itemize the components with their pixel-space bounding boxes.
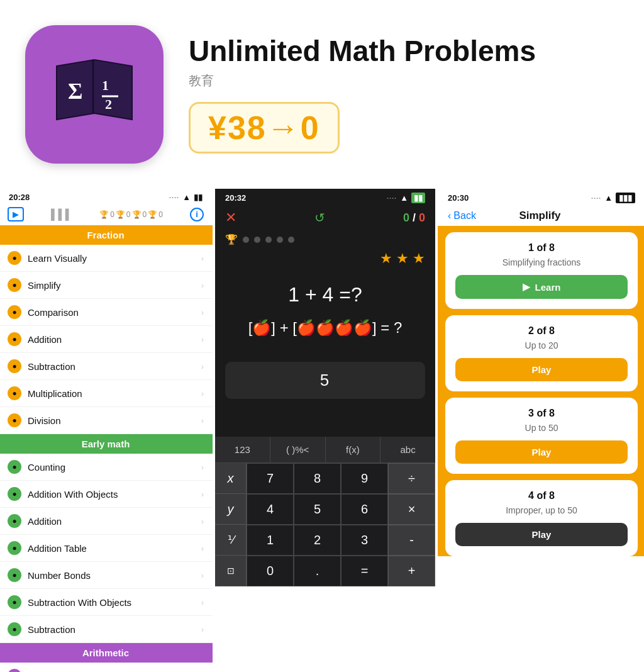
play-button-icon[interactable]: ▶ bbox=[8, 207, 24, 221]
play-button-4[interactable]: Play bbox=[455, 523, 628, 546]
phone3-dots-icon: ···· bbox=[591, 194, 601, 202]
play-button-3[interactable]: Play bbox=[455, 440, 628, 464]
dot-icon: ● bbox=[8, 359, 21, 373]
phone3-mockup: 20:30 ···· ▲ ▮▮▮ ‹ Back Simplify 1 of 8 … bbox=[438, 189, 644, 556]
chevron-right-icon: › bbox=[201, 335, 204, 344]
keyboard-0-btn[interactable]: 0 bbox=[247, 556, 294, 586]
dot-icon: ● bbox=[8, 622, 21, 636]
trophy-icon-1: 🏆 bbox=[99, 210, 109, 219]
trophy-count-4: 0 bbox=[158, 210, 163, 219]
keyboard-5-btn[interactable]: 5 bbox=[294, 494, 341, 525]
list-item[interactable]: ●Counting › bbox=[0, 454, 213, 481]
item-label: Number Bonds bbox=[28, 570, 91, 581]
list-item[interactable]: ●Addition › bbox=[0, 663, 213, 672]
list-item[interactable]: ●Addition › bbox=[0, 326, 213, 353]
keyboard-2-btn[interactable]: 2 bbox=[294, 525, 341, 556]
keyboard-7-btn[interactable]: 7 bbox=[247, 463, 294, 494]
trophy-row: 🏆0 🏆0 🏆0 🏆0 bbox=[99, 210, 163, 219]
dot-icon: ● bbox=[8, 541, 21, 555]
keyboard-3-btn[interactable]: 3 bbox=[341, 525, 388, 556]
progress-dot-3 bbox=[265, 237, 272, 243]
list-item[interactable]: ●Learn Visually › bbox=[0, 245, 213, 272]
back-button[interactable]: ‹ Back bbox=[448, 210, 476, 221]
dot-icon: ● bbox=[8, 460, 21, 474]
dot-icon: ● bbox=[8, 669, 21, 672]
chevron-left-icon: ‹ bbox=[448, 210, 451, 221]
item-label: Learn Visually bbox=[28, 253, 87, 264]
dot-icon: ● bbox=[8, 251, 21, 265]
progress-dots-row: 🏆 bbox=[215, 231, 435, 250]
card-4-desc: Improper, up to 50 bbox=[455, 505, 628, 515]
chevron-right-icon: › bbox=[201, 490, 204, 499]
keyboard-123-btn[interactable]: 123 bbox=[215, 437, 270, 462]
app-icon-graphic: Σ 1 2 bbox=[44, 53, 145, 135]
card-1-number: 1 of 8 bbox=[455, 242, 628, 254]
keyboard-6-btn[interactable]: 6 bbox=[341, 494, 388, 525]
keyboard-fraction-btn[interactable]: ⅟ bbox=[215, 525, 247, 556]
play-button-2[interactable]: Play bbox=[455, 358, 628, 381]
phone2-battery-icon: ▮▮ bbox=[411, 193, 425, 203]
list-item[interactable]: ●Simplify › bbox=[0, 272, 213, 299]
keyboard-4-btn[interactable]: 4 bbox=[247, 494, 294, 525]
info-icon[interactable]: i bbox=[190, 208, 204, 221]
keyboard-multiply-btn[interactable]: × bbox=[388, 494, 435, 525]
keyboard-y-btn[interactable]: y bbox=[215, 494, 247, 525]
phone3-time: 20:30 bbox=[448, 193, 469, 203]
svg-text:1: 1 bbox=[102, 77, 109, 93]
keyboard-8-btn[interactable]: 8 bbox=[294, 463, 341, 494]
dot-icon: ● bbox=[8, 278, 21, 292]
close-icon[interactable]: ✕ bbox=[225, 210, 236, 226]
score-slash: / bbox=[413, 211, 419, 224]
chevron-right-icon: › bbox=[201, 571, 204, 580]
list-item[interactable]: ●Addition Table › bbox=[0, 535, 213, 562]
list-item[interactable]: ●Subtraction › bbox=[0, 616, 213, 643]
chevron-right-icon: › bbox=[201, 598, 204, 607]
play-small-icon: ▶ bbox=[523, 281, 530, 293]
list-item[interactable]: ●Number Bonds › bbox=[0, 562, 213, 589]
phone2-dots-icon: ···· bbox=[387, 194, 397, 202]
answer-box[interactable]: 5 bbox=[225, 362, 425, 399]
keyboard-minus-btn[interactable]: - bbox=[388, 525, 435, 556]
item-label: Subtraction bbox=[28, 361, 75, 372]
list-item[interactable]: ●Subtraction With Objects › bbox=[0, 589, 213, 616]
star-2: ★ bbox=[396, 250, 409, 266]
keyboard-fx-btn[interactable]: f(x) bbox=[326, 437, 381, 462]
keyboard-9-btn[interactable]: 9 bbox=[341, 463, 388, 494]
keyboard-dot-btn[interactable]: . bbox=[294, 556, 341, 586]
card-2-number: 2 of 8 bbox=[455, 325, 628, 337]
progress-dot-5 bbox=[288, 237, 294, 243]
item-label: Addition Table bbox=[28, 543, 87, 554]
list-item[interactable]: ●Addition With Objects › bbox=[0, 481, 213, 508]
keyboard-symbols-btn[interactable]: ( )%< bbox=[270, 437, 326, 462]
list-item[interactable]: ●Subtraction › bbox=[0, 353, 213, 380]
list-item[interactable]: ●Multiplication › bbox=[0, 380, 213, 407]
list-item[interactable]: ●Addition › bbox=[0, 508, 213, 535]
item-label: Simplify bbox=[28, 280, 61, 291]
dot-icon: ● bbox=[8, 386, 21, 400]
answer-value: 5 bbox=[320, 371, 329, 390]
keyboard-abc-btn[interactable]: abc bbox=[380, 437, 435, 462]
star-3: ★ bbox=[413, 250, 425, 266]
phone3-status-bar: 20:30 ···· ▲ ▮▮▮ bbox=[438, 189, 644, 206]
phone1-toolbar: ▶ ▌▌▌ 🏆0 🏆0 🏆0 🏆0 i bbox=[0, 204, 213, 225]
trophy-small-icon: 🏆 bbox=[225, 233, 238, 245]
score-display: 0 / 0 bbox=[403, 211, 425, 225]
keyboard-x-btn[interactable]: x bbox=[215, 463, 247, 494]
keyboard-square-btn[interactable]: ⊡ bbox=[215, 556, 247, 586]
keyboard-equals-btn[interactable]: = bbox=[341, 556, 388, 586]
keyboard-1-btn[interactable]: 1 bbox=[247, 525, 294, 556]
learn-button[interactable]: ▶ Learn bbox=[455, 275, 628, 299]
list-item[interactable]: ●Division › bbox=[0, 407, 213, 434]
screen-title: Simplify bbox=[519, 210, 560, 222]
item-label: Multiplication bbox=[28, 388, 82, 399]
keyboard-divide-btn[interactable]: ÷ bbox=[388, 463, 435, 494]
item-label: Counting bbox=[28, 462, 65, 473]
chevron-right-icon: › bbox=[201, 254, 204, 263]
refresh-icon[interactable]: ↺ bbox=[314, 210, 325, 225]
phone2-time: 20:32 bbox=[225, 193, 246, 203]
score-correct: 0 bbox=[403, 211, 409, 224]
list-item[interactable]: ●Comparison › bbox=[0, 299, 213, 326]
keyboard-section: 123 ( )%< f(x) abc x 7 8 9 ÷ y 4 5 6 × ⅟ bbox=[215, 437, 435, 586]
keyboard-plus-btn[interactable]: + bbox=[388, 556, 435, 586]
dot-icon: ● bbox=[8, 568, 21, 582]
